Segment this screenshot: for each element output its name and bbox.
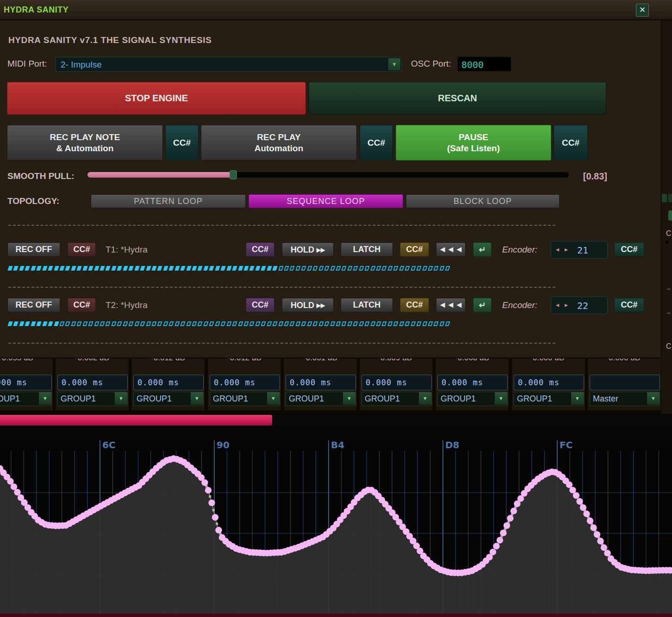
dash-hollow <box>347 321 353 326</box>
dropdown-arrow-icon[interactable]: ▼ <box>571 392 584 405</box>
dash-hollow <box>439 321 445 326</box>
rewind-icon[interactable]: ◄◄◄ <box>436 298 466 312</box>
dash-hollow <box>342 266 347 271</box>
dropdown-arrow-icon[interactable]: ▼ <box>418 392 431 405</box>
delay-ms-field[interactable]: 0.000 ms <box>133 375 204 390</box>
encoder-arrows-icon[interactable]: ◂ ▸ <box>556 246 570 253</box>
cc-number-button[interactable]: CC# <box>68 242 96 257</box>
dash-hollow <box>411 266 416 271</box>
dash-filled <box>88 266 94 271</box>
dash-hollow <box>261 321 267 326</box>
dash-hollow <box>129 321 134 326</box>
stop-engine-button[interactable]: STOP ENGINE <box>7 82 306 115</box>
cc-number-button[interactable]: CC# <box>554 125 588 160</box>
latch-button[interactable]: LATCH <box>341 298 393 312</box>
cc-number-button[interactable]: CC# <box>68 298 96 312</box>
rec-play-automation-button[interactable]: REC PLAY Automation <box>201 125 357 160</box>
encoder-arrows-icon[interactable]: ◂ ▸ <box>556 301 570 308</box>
dropdown-arrow-icon[interactable]: ▼ <box>647 392 660 405</box>
group-select[interactable]: GROUP1▼ <box>0 392 52 406</box>
topology-block-loop-button[interactable]: BLOCK LOOP <box>406 194 560 208</box>
return-icon[interactable]: ↵ <box>473 298 492 312</box>
cc-number-button[interactable]: CC# <box>614 242 644 257</box>
hold-button[interactable]: HOLD ▸▸ <box>282 242 334 257</box>
group-select[interactable]: GROUP1▼ <box>286 392 356 406</box>
dropdown-arrow-icon[interactable]: ▼ <box>267 392 280 405</box>
latch-button[interactable]: LATCH <box>341 242 393 257</box>
cc-number-button[interactable]: CC# <box>400 298 429 312</box>
dropdown-arrow-icon[interactable]: ▼ <box>114 392 127 405</box>
dash-hollow <box>209 321 215 326</box>
cc-number-button[interactable]: CC# <box>165 125 199 160</box>
midi-port-select[interactable]: 2- Impulse ▼ <box>56 57 402 72</box>
encoder-value: 22 <box>577 300 588 311</box>
delay-ms-field[interactable] <box>590 375 660 390</box>
rewind-icon[interactable]: ◄◄◄ <box>436 242 466 257</box>
encoder-label: Encoder: <box>502 245 537 255</box>
rescan-button[interactable]: RESCAN <box>309 82 606 115</box>
smooth-pull-slider-handle[interactable] <box>230 170 237 179</box>
dash-hollow <box>295 321 301 326</box>
transport-progress-fill <box>0 415 272 426</box>
dash-hollow <box>439 266 445 271</box>
rec-off-button[interactable]: REC OFF <box>7 242 60 257</box>
close-icon[interactable]: ✕ <box>636 4 649 17</box>
rec-off-button[interactable]: REC OFF <box>7 298 60 312</box>
delay-ms-field[interactable]: 0.000 ms <box>437 375 508 390</box>
mixer-channel: -0.012 dB0.000 msGROUP1▼ <box>131 352 205 410</box>
dash-hollow <box>376 321 381 326</box>
dropdown-arrow-icon[interactable]: ▼ <box>190 392 203 405</box>
dash-hollow <box>301 266 307 271</box>
delay-ms-field[interactable]: 0.000 ms <box>0 375 52 390</box>
chevron-down-icon[interactable]: ▼ <box>388 58 400 70</box>
encoder-field[interactable]: ◂ ▸ 22 <box>551 296 608 314</box>
smooth-pull-slider-fill <box>87 172 234 178</box>
cc-number-button[interactable]: CC# <box>614 298 644 312</box>
group-select[interactable]: GROUP1▼ <box>133 392 204 406</box>
hold-button[interactable]: HOLD ▸▸ <box>282 298 334 312</box>
dash-hollow <box>215 321 220 326</box>
delay-ms-field[interactable]: 0.000 ms <box>286 375 356 390</box>
group-select[interactable]: GROUP1▼ <box>361 392 432 406</box>
cc-number-button[interactable]: CC# <box>400 242 429 257</box>
group-select[interactable]: GROUP1▼ <box>57 392 128 406</box>
dash-filled <box>117 266 123 271</box>
dash-hollow <box>411 321 416 326</box>
topology-pattern-loop-button[interactable]: PATTERN LOOP <box>91 194 246 208</box>
delay-ms-value: 0.000 ms <box>442 378 483 387</box>
dash-filled <box>186 266 192 271</box>
dropdown-arrow-icon[interactable]: ▼ <box>342 392 355 405</box>
topology-sequence-loop-button[interactable]: SEQUENCE LOOP <box>249 194 403 208</box>
pause-safe-listen-button[interactable]: PAUSE (Safe Listen) <box>396 125 551 160</box>
delay-ms-value: 0.000 ms <box>62 378 103 387</box>
delay-ms-field[interactable]: 0.000 ms <box>361 375 432 390</box>
rec-play-note-button[interactable]: REC PLAY NOTE & Automation <box>7 125 163 160</box>
dash-hollow <box>88 321 94 326</box>
dash-hollow <box>77 321 82 326</box>
group-select[interactable]: GROUP1▼ <box>437 392 508 406</box>
dash-hollow <box>428 266 433 271</box>
dropdown-arrow-icon[interactable]: ▼ <box>494 392 507 405</box>
cc-number-button[interactable]: CC# <box>246 298 274 312</box>
group-select[interactable]: Master▼ <box>590 392 660 406</box>
cc-number-button[interactable]: CC# <box>360 125 393 160</box>
cc-number-button[interactable]: CC# <box>246 242 274 257</box>
dropdown-arrow-icon[interactable]: ▼ <box>38 392 51 405</box>
delay-ms-field[interactable]: 0.000 ms <box>57 375 128 390</box>
delay-ms-field[interactable]: 0.000 ms <box>210 375 280 390</box>
dash-hollow <box>146 321 151 326</box>
group-select[interactable]: GROUP1▼ <box>514 392 584 406</box>
delay-ms-field[interactable]: 0.000 ms <box>514 375 584 390</box>
dash-hollow <box>273 321 278 326</box>
return-icon[interactable]: ↵ <box>473 242 492 257</box>
dash-filled <box>54 321 59 326</box>
dash-hollow <box>255 321 261 326</box>
osc-port-field[interactable]: 8000 <box>457 56 511 72</box>
dash-hollow <box>399 321 404 326</box>
dash-filled <box>111 266 117 271</box>
osc-port-label: OSC Port: <box>411 59 451 69</box>
smooth-pull-label: SMOOTH PULL: <box>7 171 75 181</box>
dash-hollow <box>370 266 376 271</box>
encoder-field[interactable]: ◂ ▸ 21 <box>551 241 608 259</box>
group-select[interactable]: GROUP1▼ <box>210 392 280 406</box>
